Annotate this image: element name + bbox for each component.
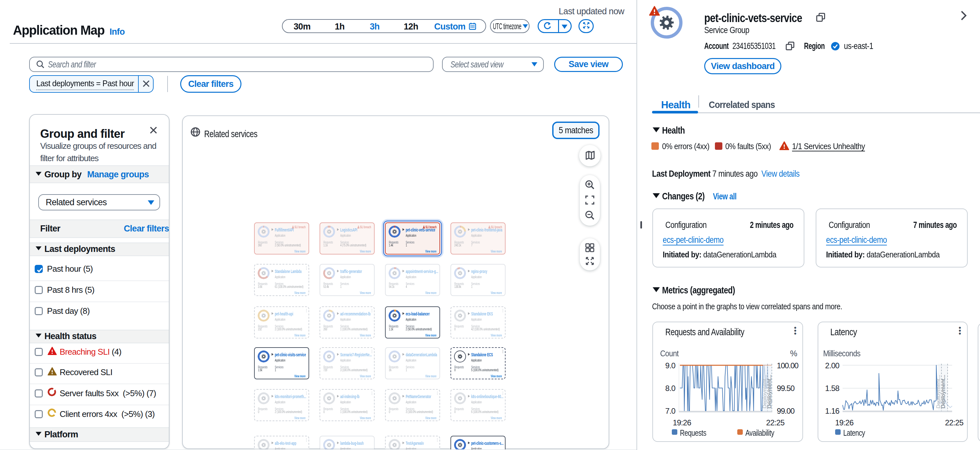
svg-text:Deployment...: Deployment... (766, 375, 773, 409)
svg-text:Deployment...: Deployment... (940, 375, 946, 409)
